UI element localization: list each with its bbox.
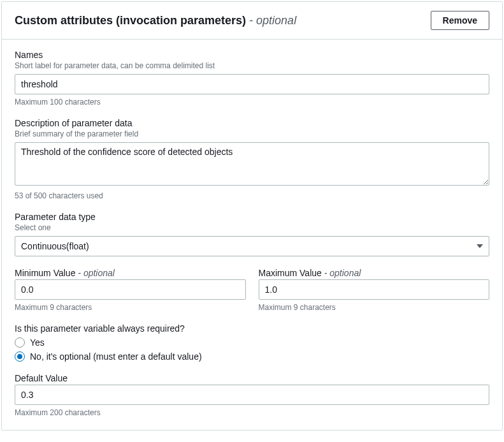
datatype-select[interactable]: Continuous(float) (15, 236, 489, 256)
names-label: Names (15, 50, 489, 60)
custom-attributes-panel: Custom attributes (invocation parameters… (1, 1, 503, 431)
default-input[interactable] (15, 385, 489, 405)
datatype-value: Continuous(float) (21, 241, 89, 251)
default-label: Default Value (15, 373, 489, 383)
min-label-text: Minimum Value (15, 268, 75, 278)
required-yes-label: Yes (30, 337, 45, 348)
panel-body: Names Short label for parameter data, ca… (2, 40, 502, 430)
required-no-label: No, it's optional (must enter a default … (30, 351, 202, 362)
required-radio-group: Yes No, it's optional (must enter a defa… (15, 337, 489, 362)
panel-title: Custom attributes (invocation parameters… (15, 14, 296, 27)
description-sublabel: Brief summary of the parameter field (15, 129, 489, 138)
max-hint: Maximum 9 characters (259, 303, 490, 312)
min-max-row: Minimum Value - optional Maximum 9 chara… (15, 268, 489, 312)
required-label: Is this parameter variable always requir… (15, 323, 489, 334)
names-hint: Maximum 100 characters (15, 98, 489, 107)
description-hint: 53 of 500 characters used (15, 191, 489, 200)
min-field: Minimum Value - optional Maximum 9 chara… (15, 268, 246, 312)
panel-title-optional: - optional (246, 14, 296, 27)
max-field: Maximum Value - optional Maximum 9 chara… (259, 268, 490, 312)
min-optional: - optional (75, 268, 114, 278)
datatype-label: Parameter data type (15, 212, 489, 222)
radio-icon (15, 351, 25, 362)
radio-icon (15, 337, 25, 348)
min-label: Minimum Value - optional (15, 268, 246, 278)
names-input[interactable] (15, 74, 489, 94)
required-no-option[interactable]: No, it's optional (must enter a default … (15, 351, 489, 362)
names-field: Names Short label for parameter data, ca… (15, 50, 489, 107)
panel-title-text: Custom attributes (invocation parameters… (15, 14, 246, 27)
names-sublabel: Short label for parameter data, can be c… (15, 61, 489, 70)
min-hint: Maximum 9 characters (15, 303, 246, 312)
max-input[interactable] (259, 279, 490, 300)
required-field: Is this parameter variable always requir… (15, 323, 489, 362)
max-optional: - optional (322, 268, 361, 278)
min-input[interactable] (15, 279, 246, 300)
description-label: Description of parameter data (15, 118, 489, 128)
max-label-text: Maximum Value (259, 268, 322, 278)
default-hint: Maximum 200 characters (15, 408, 489, 417)
remove-button[interactable]: Remove (431, 11, 489, 30)
datatype-sublabel: Select one (15, 223, 489, 232)
max-label: Maximum Value - optional (259, 268, 490, 278)
datatype-field: Parameter data type Select one Continuou… (15, 212, 489, 256)
caret-down-icon (477, 244, 483, 248)
required-yes-option[interactable]: Yes (15, 337, 489, 348)
description-textarea[interactable]: Threshold of the confidence score of det… (15, 142, 489, 186)
description-field: Description of parameter data Brief summ… (15, 118, 489, 200)
default-field: Default Value Maximum 200 characters (15, 373, 489, 417)
panel-header: Custom attributes (invocation parameters… (2, 2, 502, 40)
